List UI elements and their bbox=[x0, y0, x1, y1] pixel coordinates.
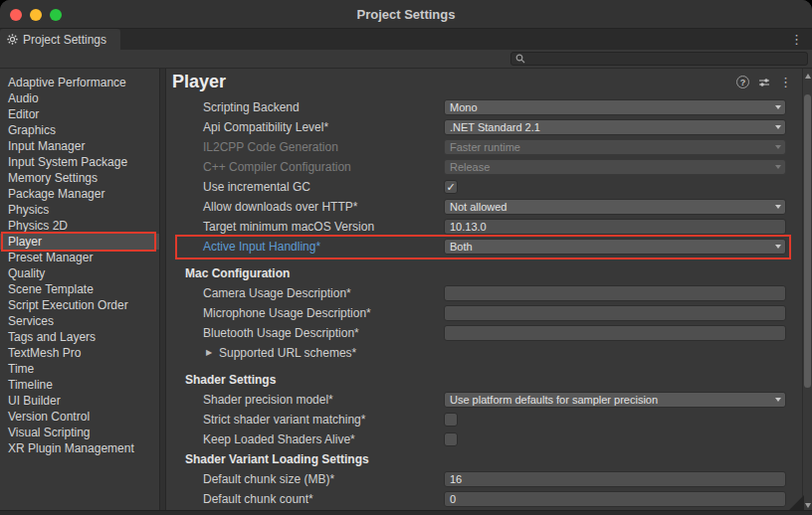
il2cpp-code-generation-label: IL2CPP Code Generation bbox=[203, 140, 338, 154]
scripting-backend-dropdown[interactable]: Mono bbox=[444, 99, 786, 115]
c-compiler-configuration-value: Release bbox=[450, 161, 490, 173]
sidebar-item-preset-manager[interactable]: Preset Manager bbox=[0, 250, 159, 265]
il2cpp-code-generation-value: Faster runtime bbox=[450, 141, 520, 153]
scroll-down-icon[interactable] bbox=[805, 503, 811, 508]
row-shader-settings: Shader Settings bbox=[166, 370, 802, 390]
microphone-usage-description-field[interactable] bbox=[444, 305, 786, 321]
sidebar-item-graphics[interactable]: Graphics bbox=[0, 122, 159, 138]
row-api-compatibility-level: Api Compatibility Level*.NET Standard 2.… bbox=[166, 117, 802, 137]
camera-usage-description-label: Camera Usage Description* bbox=[203, 286, 351, 300]
active-input-handling-dropdown[interactable]: Both bbox=[444, 239, 786, 255]
minimize-button[interactable] bbox=[30, 9, 42, 21]
panel-more-menu-icon[interactable]: ⋮ bbox=[779, 76, 792, 88]
main-scrollbar[interactable] bbox=[802, 69, 812, 515]
sidebar-item-package-manager[interactable]: Package Manager bbox=[0, 186, 159, 202]
row-scripting-backend: Scripting BackendMono bbox=[166, 97, 802, 117]
row-use-incremental-gc: Use incremental GC✓ bbox=[166, 177, 802, 197]
keep-loaded-shaders-alive-checkbox[interactable] bbox=[444, 432, 458, 446]
il2cpp-code-generation-control-slot: Faster runtime bbox=[444, 139, 786, 155]
api-compatibility-level-dropdown[interactable]: .NET Standard 2.1 bbox=[444, 119, 786, 135]
resize-grip[interactable] bbox=[789, 495, 804, 510]
camera-usage-description-field[interactable] bbox=[444, 285, 786, 301]
sidebar-item-time[interactable]: Time bbox=[0, 361, 159, 377]
sidebar-item-quality[interactable]: Quality bbox=[0, 265, 159, 281]
section-mac-configuration: Mac Configuration bbox=[185, 266, 290, 280]
presets-icon[interactable] bbox=[758, 77, 770, 88]
row-camera-usage-description: Camera Usage Description* bbox=[166, 283, 802, 303]
row-active-input-handling: Active Input Handling*Both bbox=[166, 237, 802, 257]
chevron-down-icon bbox=[775, 245, 781, 249]
tab-bar: Project Settings ⋮ bbox=[0, 29, 812, 50]
sidebar-item-xr-plugin-management[interactable]: XR Plugin Management bbox=[0, 440, 159, 456]
target-minimum-macos-version-label: Target minimum macOS Version bbox=[203, 220, 374, 234]
search-field[interactable] bbox=[510, 52, 808, 66]
use-incremental-gc-checkbox[interactable]: ✓ bbox=[444, 180, 458, 194]
sidebar-item-physics[interactable]: Physics bbox=[0, 202, 159, 218]
sidebar-item-input-manager[interactable]: Input Manager bbox=[0, 138, 159, 154]
tab-project-settings[interactable]: Project Settings bbox=[0, 29, 120, 50]
help-icon[interactable]: ? bbox=[736, 76, 749, 88]
c-compiler-configuration-dropdown: Release bbox=[444, 159, 786, 175]
api-compatibility-level-label: Api Compatibility Level* bbox=[203, 120, 328, 134]
sidebar-item-textmesh-pro[interactable]: TextMesh Pro bbox=[0, 345, 159, 361]
annotation-highlight-sidebar bbox=[1, 232, 156, 252]
bluetooth-usage-description-field[interactable] bbox=[444, 325, 786, 341]
allow-downloads-over-http-dropdown[interactable]: Not allowed bbox=[444, 199, 786, 215]
close-button[interactable] bbox=[10, 9, 22, 21]
il2cpp-code-generation-dropdown: Faster runtime bbox=[444, 139, 786, 155]
scroll-up-icon[interactable] bbox=[805, 74, 811, 79]
default-chunk-count-field[interactable]: 0 bbox=[444, 491, 786, 507]
sidebar-list: Adaptive PerformanceAudioEditorGraphicsI… bbox=[0, 75, 159, 456]
chevron-down-icon bbox=[775, 398, 781, 402]
row-supported-url-schemes: ▶Supported URL schemes* bbox=[166, 343, 802, 363]
shader-precision-model-control-slot: Use platform defaults for sampler precis… bbox=[444, 392, 786, 408]
sidebar-item-player[interactable]: Player bbox=[0, 234, 159, 250]
sidebar-item-ui-builder[interactable]: UI Builder bbox=[0, 393, 159, 409]
fullscreen-button[interactable] bbox=[50, 9, 62, 21]
sidebar: Adaptive PerformanceAudioEditorGraphicsI… bbox=[0, 69, 159, 515]
default-chunk-size-mb-control-slot: 16 bbox=[444, 471, 786, 487]
row-bluetooth-usage-description: Bluetooth Usage Description* bbox=[166, 323, 802, 343]
scripting-backend-value: Mono bbox=[450, 101, 478, 113]
row-strict-shader-variant-matching: Strict shader variant matching* bbox=[166, 410, 802, 429]
sidebar-item-physics-2d[interactable]: Physics 2D bbox=[0, 218, 159, 234]
sidebar-item-editor[interactable]: Editor bbox=[0, 106, 159, 122]
sidebar-item-input-system-package[interactable]: Input System Package bbox=[0, 154, 159, 170]
microphone-usage-description-control-slot bbox=[444, 305, 786, 321]
sidebar-item-script-execution-order[interactable]: Script Execution Order bbox=[0, 297, 159, 313]
chevron-down-icon bbox=[775, 105, 781, 109]
sidebar-item-visual-scripting[interactable]: Visual Scripting bbox=[0, 425, 159, 440]
shader-precision-model-dropdown[interactable]: Use platform defaults for sampler precis… bbox=[444, 392, 786, 408]
search-input[interactable] bbox=[525, 53, 807, 65]
sidebar-item-services[interactable]: Services bbox=[0, 313, 159, 329]
scrollbar-thumb[interactable] bbox=[804, 94, 811, 388]
tabbar-more-menu-icon[interactable]: ⋮ bbox=[790, 31, 802, 48]
row-shader-precision-model: Shader precision model*Use platform defa… bbox=[166, 390, 802, 410]
foldout-arrow-icon[interactable]: ▶ bbox=[206, 348, 212, 357]
strict-shader-variant-matching-label: Strict shader variant matching* bbox=[203, 413, 365, 427]
sidebar-item-scene-template[interactable]: Scene Template bbox=[0, 281, 159, 297]
target-minimum-macos-version-field[interactable]: 10.13.0 bbox=[444, 219, 786, 235]
chevron-down-icon bbox=[775, 165, 781, 169]
row-default-chunk-count: Default chunk count*0 bbox=[166, 489, 802, 509]
keep-loaded-shaders-alive-control-slot bbox=[444, 431, 786, 447]
sidebar-item-tags-and-layers[interactable]: Tags and Layers bbox=[0, 329, 159, 345]
row-mac-configuration: Mac Configuration bbox=[166, 263, 802, 283]
api-compatibility-level-control-slot: .NET Standard 2.1 bbox=[444, 119, 786, 135]
active-input-handling-label: Active Input Handling* bbox=[203, 240, 320, 254]
default-chunk-size-mb-field[interactable]: 16 bbox=[444, 471, 786, 487]
settings-rows: Scripting BackendMonoApi Compatibility L… bbox=[166, 95, 802, 515]
sidebar-item-timeline[interactable]: Timeline bbox=[0, 377, 159, 393]
sidebar-item-audio[interactable]: Audio bbox=[0, 90, 159, 106]
use-incremental-gc-control-slot: ✓ bbox=[444, 179, 786, 195]
section-shader-variant-loading-settings: Shader Variant Loading Settings bbox=[185, 452, 369, 466]
sidebar-item-version-control[interactable]: Version Control bbox=[0, 409, 159, 425]
row-c-compiler-configuration: C++ Compiler ConfigurationRelease bbox=[166, 157, 802, 177]
search-toolbar bbox=[0, 50, 812, 69]
sidebar-item-memory-settings[interactable]: Memory Settings bbox=[0, 170, 159, 186]
strict-shader-variant-matching-checkbox[interactable] bbox=[444, 413, 458, 427]
page-title: Player bbox=[172, 72, 226, 92]
sidebar-item-adaptive-performance[interactable]: Adaptive Performance bbox=[0, 75, 159, 90]
strict-shader-variant-matching-control-slot bbox=[444, 412, 786, 428]
shader-precision-model-label: Shader precision model* bbox=[203, 393, 333, 407]
